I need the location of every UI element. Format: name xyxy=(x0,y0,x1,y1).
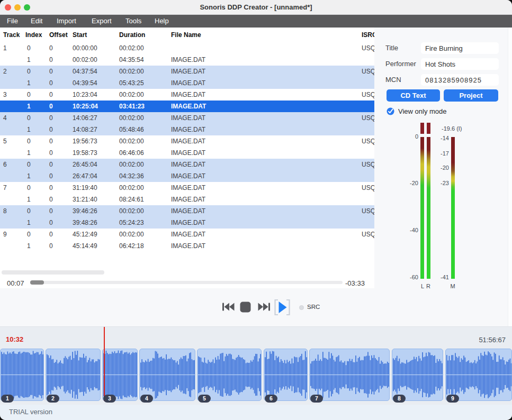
cell-file: IMAGE.DAT xyxy=(168,89,358,101)
cell-offset: 0 xyxy=(46,135,69,147)
table-row[interactable]: 1010:25:0403:41:23IMAGE.DAT xyxy=(0,101,374,112)
table-row[interactable]: 1000:02:0004:35:54IMAGE.DAT xyxy=(0,54,374,66)
table-row[interactable]: 1045:14:4906:42:18IMAGE.DAT xyxy=(0,240,374,252)
cell-offset: 0 xyxy=(46,54,69,66)
cell-offset: 0 xyxy=(46,194,69,205)
waveform-track-block[interactable] xyxy=(392,349,443,401)
horizontal-scrollbar[interactable] xyxy=(2,270,104,275)
cell-index: 0 xyxy=(22,229,46,240)
menu-item-tools[interactable]: Tools xyxy=(125,15,141,28)
column-header-offset[interactable]: Offset xyxy=(46,28,69,42)
cell-duration: 08:24:61 xyxy=(116,194,168,205)
cell-duration: 04:32:36 xyxy=(116,170,168,182)
table-row[interactable]: 90045:12:4900:02:00IMAGE.DATUSQ xyxy=(0,229,374,240)
checkbox-checked-icon xyxy=(387,107,394,115)
table-row[interactable]: 40014:06:2700:02:00IMAGE.DATUSQ xyxy=(0,112,374,124)
column-header-duration[interactable]: Duration xyxy=(116,28,168,42)
title-bar: Sonoris DDP Creator - [unnamed*] xyxy=(0,0,512,15)
track-number-badge: 8 xyxy=(393,395,406,403)
waveform-track-block[interactable] xyxy=(309,349,390,401)
cell-isrc: USQ xyxy=(358,229,374,240)
cell-isrc xyxy=(358,77,374,89)
table-row[interactable]: 30010:23:0400:02:00IMAGE.DATUSQ xyxy=(0,89,374,101)
skip-back-button[interactable] xyxy=(222,302,235,313)
cell-start: 04:37:54 xyxy=(69,66,116,77)
cell-start: 10:23:04 xyxy=(69,89,116,101)
cell-file: IMAGE.DAT xyxy=(168,101,358,112)
cell-file: IMAGE.DAT xyxy=(168,229,358,240)
waveform-track-block[interactable] xyxy=(46,349,101,401)
cell-track: 7 xyxy=(0,182,22,194)
column-header-start[interactable]: Start xyxy=(69,28,116,42)
channel-label-r: R xyxy=(425,283,432,289)
waveform-track-block[interactable] xyxy=(445,349,512,401)
cd-text-button[interactable]: CD Text xyxy=(387,89,440,102)
cell-file: IMAGE.DAT xyxy=(168,182,358,194)
view-only-mode-toggle[interactable]: View only mode xyxy=(387,107,447,115)
channel-label-m: M xyxy=(450,283,456,289)
cell-index: 0 xyxy=(22,66,46,77)
waveform-track-block[interactable] xyxy=(139,349,195,401)
waveform-track-block[interactable] xyxy=(197,349,262,401)
cell-duration: 00:02:00 xyxy=(116,182,168,194)
column-header-isrc[interactable]: ISRC xyxy=(358,28,374,42)
cell-start: 31:21:40 xyxy=(69,194,116,205)
cell-offset: 0 xyxy=(46,205,69,217)
stop-button[interactable] xyxy=(240,302,251,314)
waveform-track-block[interactable] xyxy=(0,349,44,401)
seek-slider[interactable] xyxy=(30,281,343,284)
cell-index: 0 xyxy=(22,182,46,194)
cell-start: 00:00:00 xyxy=(69,42,116,54)
table-header: TrackIndexOffsetStartDurationFile NameIS… xyxy=(0,28,374,42)
table-row[interactable]: 60026:45:0400:02:00IMAGE.DATUSQ xyxy=(0,159,374,170)
track-number-badge: 4 xyxy=(140,395,153,403)
table-row[interactable]: 1004:39:5405:43:25IMAGE.DAT xyxy=(0,77,374,89)
cell-track: 1 xyxy=(0,42,22,54)
cell-start: 19:56:73 xyxy=(69,135,116,147)
menu-item-help[interactable]: Help xyxy=(155,15,169,28)
waveform-track-block[interactable] xyxy=(102,349,138,401)
seek-thumb[interactable] xyxy=(30,280,44,285)
cell-isrc: USQ xyxy=(358,135,374,147)
cell-offset: 0 xyxy=(46,124,69,135)
menu-item-file[interactable]: File xyxy=(7,15,18,28)
column-header-index[interactable]: Index xyxy=(22,28,46,42)
playhead-cursor[interactable] xyxy=(104,327,105,401)
table-row[interactable]: 80039:46:2600:02:00IMAGE.DATUSQ xyxy=(0,205,374,217)
table-row[interactable]: 10000:00:0000:02:00USQ xyxy=(0,42,374,54)
cell-offset: 0 xyxy=(46,159,69,170)
title-input[interactable] xyxy=(421,42,499,54)
cell-duration: 00:02:00 xyxy=(116,42,168,54)
column-header-track[interactable]: Track xyxy=(0,28,22,42)
table-row[interactable]: 1019:58:7306:46:06IMAGE.DAT xyxy=(0,147,374,159)
play-button[interactable] xyxy=(274,299,290,317)
cell-file: IMAGE.DAT xyxy=(168,159,358,170)
cell-track xyxy=(0,101,22,112)
mcn-input[interactable] xyxy=(421,74,499,86)
skip-forward-button[interactable] xyxy=(258,302,271,313)
table-row[interactable]: 50019:56:7300:02:00IMAGE.DATUSQ xyxy=(0,135,374,147)
vertical-scrollbar-track[interactable] xyxy=(508,28,512,326)
m-scale-tick: -41 xyxy=(433,274,449,281)
performer-input[interactable] xyxy=(421,58,499,70)
track-number-badge: 3 xyxy=(103,395,116,403)
waveform-track-block[interactable] xyxy=(264,349,308,401)
project-button[interactable]: Project xyxy=(444,89,498,102)
table-row[interactable]: 1014:08:2705:48:46IMAGE.DAT xyxy=(0,124,374,135)
mcn-field-label: MCN xyxy=(385,76,401,84)
menu-item-edit[interactable]: Edit xyxy=(31,15,42,28)
table-row[interactable]: 70031:19:4000:02:00IMAGE.DATUSQ xyxy=(0,182,374,194)
view-only-mode-label: View only mode xyxy=(398,107,447,115)
table-row[interactable]: 1039:48:2605:24:23IMAGE.DAT xyxy=(0,217,374,229)
track-list-panel: TrackIndexOffsetStartDurationFile NameIS… xyxy=(0,28,374,288)
menu-item-import[interactable]: Import xyxy=(57,15,76,28)
table-row[interactable]: 1031:21:4008:24:61IMAGE.DAT xyxy=(0,194,374,205)
cell-file xyxy=(168,42,358,54)
table-row[interactable]: 20004:37:5400:02:00IMAGE.DATUSQ xyxy=(0,66,374,77)
table-row[interactable]: 1026:47:0404:32:36IMAGE.DAT xyxy=(0,170,374,182)
loudness-meter xyxy=(451,137,455,279)
skip-forward-icon xyxy=(258,302,271,312)
skip-back-icon xyxy=(222,302,235,312)
column-header-file[interactable]: File Name xyxy=(168,28,358,42)
menu-item-export[interactable]: Export xyxy=(92,15,112,28)
